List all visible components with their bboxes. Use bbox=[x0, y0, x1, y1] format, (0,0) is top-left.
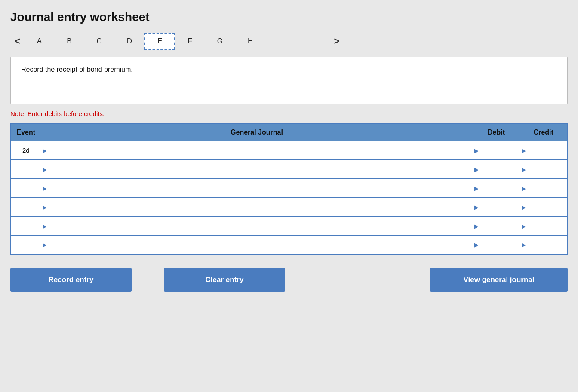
cell-arrow-debit-4: ▶ bbox=[474, 223, 479, 229]
tab-L[interactable]: L bbox=[301, 33, 329, 49]
tab-A[interactable]: A bbox=[25, 33, 54, 49]
cell-arrow-general-1: ▶ bbox=[43, 166, 47, 172]
event-cell-2 bbox=[11, 179, 41, 198]
cell-arrow-credit-2: ▶ bbox=[522, 185, 526, 191]
credit-input-2[interactable] bbox=[522, 180, 566, 196]
debit-input-0[interactable] bbox=[475, 142, 518, 159]
table-row: ▶▶▶ bbox=[11, 179, 567, 198]
event-cell-4 bbox=[11, 217, 41, 236]
debit-input-4[interactable] bbox=[475, 217, 518, 234]
debit-input-5[interactable] bbox=[475, 236, 518, 253]
tab-E[interactable]: E bbox=[144, 33, 175, 50]
credit-input-4[interactable] bbox=[522, 217, 566, 234]
cell-arrow-debit-1: ▶ bbox=[474, 166, 479, 172]
credit-cell-0[interactable]: ▶ bbox=[520, 141, 567, 160]
header-general-journal: General Journal bbox=[41, 124, 473, 141]
credit-cell-5[interactable]: ▶ bbox=[520, 236, 567, 254]
tab-navigation: < A B C D E F G H ..... L > bbox=[10, 33, 568, 50]
cell-arrow-debit-2: ▶ bbox=[474, 185, 479, 191]
note-text: Note: Enter debits before credits. bbox=[10, 110, 568, 117]
cell-arrow-debit-0: ▶ bbox=[474, 147, 479, 153]
clear-entry-button[interactable]: Clear entry bbox=[164, 268, 285, 292]
cell-arrow-general-4: ▶ bbox=[43, 223, 47, 229]
credit-input-1[interactable] bbox=[522, 161, 566, 178]
cell-arrow-general-5: ▶ bbox=[43, 242, 47, 248]
header-credit: Credit bbox=[520, 124, 567, 141]
credit-input-0[interactable] bbox=[522, 142, 566, 159]
table-row: 2d▶▶▶ bbox=[11, 141, 567, 160]
debit-input-2[interactable] bbox=[475, 180, 518, 196]
general-journal-cell-3[interactable]: ▶ bbox=[41, 198, 473, 217]
description-box: Record the receipt of bond premium. bbox=[10, 57, 568, 104]
debit-cell-1[interactable]: ▶ bbox=[473, 160, 520, 179]
debit-input-3[interactable] bbox=[475, 199, 518, 215]
table-row: ▶▶▶ bbox=[11, 217, 567, 236]
general-journal-input-0[interactable] bbox=[43, 142, 471, 159]
general-journal-input-1[interactable] bbox=[43, 161, 471, 178]
table-row: ▶▶▶ bbox=[11, 198, 567, 217]
credit-cell-4[interactable]: ▶ bbox=[520, 217, 567, 236]
table-row: ▶▶▶ bbox=[11, 236, 567, 254]
general-journal-input-2[interactable] bbox=[43, 180, 471, 196]
description-text: Record the receipt of bond premium. bbox=[21, 66, 133, 73]
cell-arrow-credit-1: ▶ bbox=[522, 166, 526, 172]
cell-arrow-debit-5: ▶ bbox=[474, 242, 479, 248]
tab-H[interactable]: H bbox=[235, 33, 265, 49]
event-cell-3 bbox=[11, 198, 41, 217]
credit-cell-2[interactable]: ▶ bbox=[520, 179, 567, 198]
cell-arrow-general-2: ▶ bbox=[43, 185, 47, 191]
tab-F[interactable]: F bbox=[175, 33, 204, 49]
event-cell-5 bbox=[11, 236, 41, 254]
tab-dots[interactable]: ..... bbox=[265, 33, 301, 49]
credit-cell-3[interactable]: ▶ bbox=[520, 198, 567, 217]
view-general-journal-button[interactable]: View general journal bbox=[430, 268, 568, 292]
general-journal-cell-5[interactable]: ▶ bbox=[41, 236, 473, 254]
next-arrow[interactable]: > bbox=[329, 33, 344, 49]
debit-cell-3[interactable]: ▶ bbox=[473, 198, 520, 217]
record-entry-button[interactable]: Record entry bbox=[10, 268, 132, 292]
table-row: ▶▶▶ bbox=[11, 160, 567, 179]
page-title: Journal entry worksheet bbox=[10, 10, 568, 24]
debit-cell-4[interactable]: ▶ bbox=[473, 217, 520, 236]
tab-B[interactable]: B bbox=[54, 33, 84, 49]
debit-input-1[interactable] bbox=[475, 161, 518, 178]
debit-cell-5[interactable]: ▶ bbox=[473, 236, 520, 254]
general-journal-cell-0[interactable]: ▶ bbox=[41, 141, 473, 160]
cell-arrow-credit-0: ▶ bbox=[522, 147, 526, 153]
cell-arrow-credit-5: ▶ bbox=[522, 242, 526, 248]
credit-cell-1[interactable]: ▶ bbox=[520, 160, 567, 179]
general-journal-cell-2[interactable]: ▶ bbox=[41, 179, 473, 198]
header-event: Event bbox=[11, 124, 41, 141]
journal-table: Event General Journal Debit Credit 2d▶▶▶… bbox=[10, 123, 568, 255]
cell-arrow-general-0: ▶ bbox=[43, 147, 47, 153]
prev-arrow[interactable]: < bbox=[10, 33, 25, 49]
debit-cell-2[interactable]: ▶ bbox=[473, 179, 520, 198]
credit-input-5[interactable] bbox=[522, 236, 566, 253]
event-cell-0: 2d bbox=[11, 141, 41, 160]
cell-arrow-credit-4: ▶ bbox=[522, 223, 526, 229]
credit-input-3[interactable] bbox=[522, 199, 566, 215]
general-journal-cell-1[interactable]: ▶ bbox=[41, 160, 473, 179]
event-cell-1 bbox=[11, 160, 41, 179]
cell-arrow-debit-3: ▶ bbox=[474, 204, 479, 210]
cell-arrow-credit-3: ▶ bbox=[522, 204, 526, 210]
general-journal-input-5[interactable] bbox=[43, 236, 471, 253]
buttons-row: Record entry Clear entry View general jo… bbox=[10, 268, 568, 292]
tab-G[interactable]: G bbox=[205, 33, 235, 49]
tab-D[interactable]: D bbox=[114, 33, 144, 49]
header-debit: Debit bbox=[473, 124, 520, 141]
general-journal-input-4[interactable] bbox=[43, 217, 471, 234]
general-journal-cell-4[interactable]: ▶ bbox=[41, 217, 473, 236]
debit-cell-0[interactable]: ▶ bbox=[473, 141, 520, 160]
tab-C[interactable]: C bbox=[84, 33, 114, 49]
cell-arrow-general-3: ▶ bbox=[43, 204, 47, 210]
general-journal-input-3[interactable] bbox=[43, 199, 471, 215]
